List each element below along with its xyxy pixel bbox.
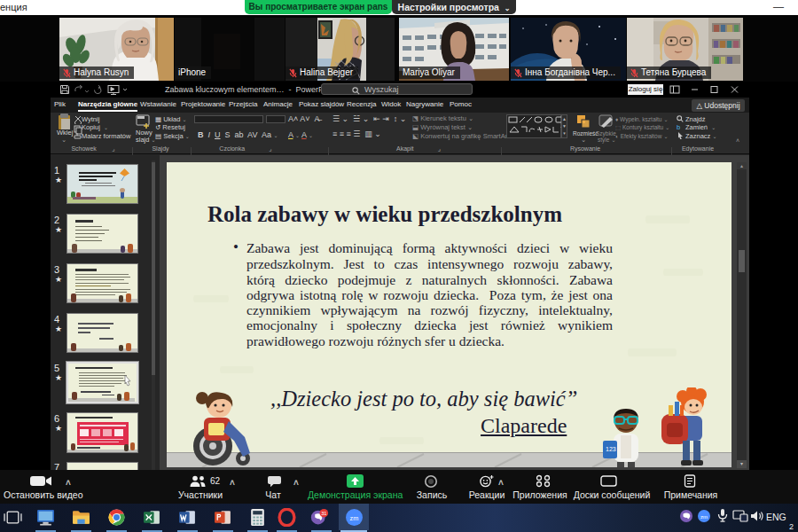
svg-text:123: 123	[606, 446, 616, 452]
svg-text:31: 31	[321, 511, 326, 516]
svg-text:zm: zm	[350, 514, 359, 522]
svg-text:zm: zm	[700, 514, 708, 520]
